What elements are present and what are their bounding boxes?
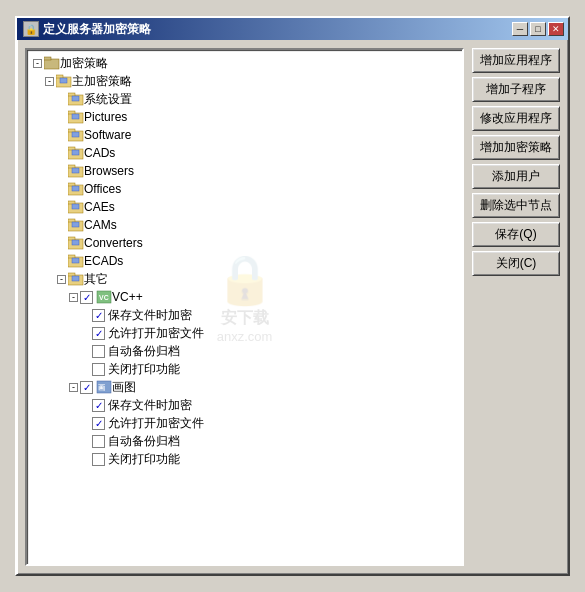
label-pictures: Pictures — [84, 110, 127, 124]
label-caes: CAEs — [84, 200, 115, 214]
svg-rect-6 — [68, 93, 75, 96]
label-vc: VC++ — [112, 290, 143, 304]
tree-item-draw-print[interactable]: 关闭打印功能 — [29, 450, 460, 468]
svg-rect-0 — [44, 59, 59, 69]
tree-item-vc-print[interactable]: 关闭打印功能 — [29, 360, 460, 378]
close-window-button[interactable]: ✕ — [548, 22, 564, 36]
svg-rect-1 — [44, 57, 51, 60]
tree-item-caes[interactable]: CAEs — [29, 198, 460, 216]
checkbox-draw-save[interactable] — [92, 399, 105, 412]
label-cads: CADs — [84, 146, 115, 160]
vc-icon: VC — [96, 290, 112, 304]
label-software: Software — [84, 128, 131, 142]
root-icon — [44, 56, 60, 70]
tree-item-other[interactable]: - 其它 — [29, 270, 460, 288]
label-vc-print: 关闭打印功能 — [108, 361, 180, 378]
expand-draw[interactable]: - — [69, 383, 78, 392]
label-draw-allow: 允许打开加密文件 — [108, 415, 204, 432]
add-child-button[interactable]: 增加子程序 — [472, 77, 560, 102]
checkbox-draw-print[interactable] — [92, 453, 105, 466]
label-vc-allow: 允许打开加密文件 — [108, 325, 204, 342]
checkbox-vc-backup[interactable] — [92, 345, 105, 358]
cams-icon — [68, 218, 84, 232]
tree-item-draw-save[interactable]: 保存文件时加密 — [29, 396, 460, 414]
checkbox-draw-backup[interactable] — [92, 435, 105, 448]
tree-item-draw-allow[interactable]: 允许打开加密文件 — [29, 414, 460, 432]
label-sys: 系统设置 — [84, 91, 132, 108]
svg-rect-24 — [68, 201, 75, 204]
ecads-icon — [68, 254, 84, 268]
add-policy-button[interactable]: 增加加密策略 — [472, 135, 560, 160]
window-icon: 🔒 — [23, 21, 39, 37]
label-draw: 画图 — [112, 379, 136, 396]
titlebar-buttons: ─ □ ✕ — [512, 22, 564, 36]
expand-main[interactable]: - — [45, 77, 54, 86]
svg-rect-33 — [68, 255, 75, 258]
sidebar-buttons: 增加应用程序 增加子程序 修改应用程序 增加加密策略 添加用户 删除选中节点 保… — [472, 48, 560, 566]
svg-rect-36 — [68, 273, 75, 276]
tree-item-pictures[interactable]: Pictures — [29, 108, 460, 126]
tree-item-software[interactable]: Software — [29, 126, 460, 144]
expand-root[interactable]: - — [33, 59, 42, 68]
tree-item-converters[interactable]: Converters — [29, 234, 460, 252]
checkbox-vc-allow[interactable] — [92, 327, 105, 340]
label-ecads: ECADs — [84, 254, 123, 268]
add-user-button[interactable]: 添加用户 — [472, 164, 560, 189]
tree-panel[interactable]: 🔒 安下载 anxz.com - 加密策略 - — [25, 48, 464, 566]
checkbox-vc-print[interactable] — [92, 363, 105, 376]
cads-icon — [68, 146, 84, 160]
label-cams: CAMs — [84, 218, 117, 232]
tree-item-vc[interactable]: - VC VC++ — [29, 288, 460, 306]
sys-icon — [68, 92, 84, 106]
svg-rect-30 — [68, 237, 75, 240]
svg-rect-15 — [68, 147, 75, 150]
tree-item-cads[interactable]: CADs — [29, 144, 460, 162]
checkbox-vc-save[interactable] — [92, 309, 105, 322]
svg-rect-34 — [72, 258, 79, 263]
tree-item-sys[interactable]: 系统设置 — [29, 90, 460, 108]
tree-item-browsers[interactable]: Browsers — [29, 162, 460, 180]
svg-rect-31 — [72, 240, 79, 245]
label-vc-backup: 自动备份归档 — [108, 343, 180, 360]
tree-item-vc-save[interactable]: 保存文件时加密 — [29, 306, 460, 324]
checkbox-draw[interactable] — [80, 381, 93, 394]
label-vc-save: 保存文件时加密 — [108, 307, 192, 324]
maximize-button[interactable]: □ — [530, 22, 546, 36]
expand-vc[interactable]: - — [69, 293, 78, 302]
checkbox-vc[interactable] — [80, 291, 93, 304]
tree-item-offices[interactable]: Offices — [29, 180, 460, 198]
close-button[interactable]: 关闭(C) — [472, 251, 560, 276]
label-draw-backup: 自动备份归档 — [108, 433, 180, 450]
svg-rect-25 — [72, 204, 79, 209]
tree-item-cams[interactable]: CAMs — [29, 216, 460, 234]
svg-rect-10 — [72, 114, 79, 119]
label-converters: Converters — [84, 236, 143, 250]
browsers-icon — [68, 164, 84, 178]
svg-rect-18 — [68, 165, 75, 168]
add-app-button[interactable]: 增加应用程序 — [472, 48, 560, 73]
svg-rect-21 — [68, 183, 75, 186]
svg-rect-3 — [56, 75, 63, 78]
svg-rect-27 — [68, 219, 75, 222]
expand-other[interactable]: - — [57, 275, 66, 284]
tree-item-main[interactable]: - 主加密策略 — [29, 72, 460, 90]
label-offices: Offices — [84, 182, 121, 196]
tree-item-draw-backup[interactable]: 自动备份归档 — [29, 432, 460, 450]
software-icon — [68, 128, 84, 142]
tree-item-root[interactable]: - 加密策略 — [29, 54, 460, 72]
main-window: 🔒 定义服务器加密策略 ─ □ ✕ 🔒 安下载 anxz.com - — [15, 16, 570, 576]
window-body: 🔒 安下载 anxz.com - 加密策略 - — [17, 40, 568, 574]
tree-item-vc-backup[interactable]: 自动备份归档 — [29, 342, 460, 360]
tree-item-draw[interactable]: - 画 画图 — [29, 378, 460, 396]
tree-item-ecads[interactable]: ECADs — [29, 252, 460, 270]
titlebar-title-area: 🔒 定义服务器加密策略 — [23, 21, 151, 38]
save-button[interactable]: 保存(Q) — [472, 222, 560, 247]
other-icon — [68, 272, 84, 286]
minimize-button[interactable]: ─ — [512, 22, 528, 36]
svg-rect-37 — [72, 276, 79, 281]
tree-item-vc-allow[interactable]: 允许打开加密文件 — [29, 324, 460, 342]
checkbox-draw-allow[interactable] — [92, 417, 105, 430]
modify-app-button[interactable]: 修改应用程序 — [472, 106, 560, 131]
pictures-icon — [68, 110, 84, 124]
delete-node-button[interactable]: 删除选中节点 — [472, 193, 560, 218]
